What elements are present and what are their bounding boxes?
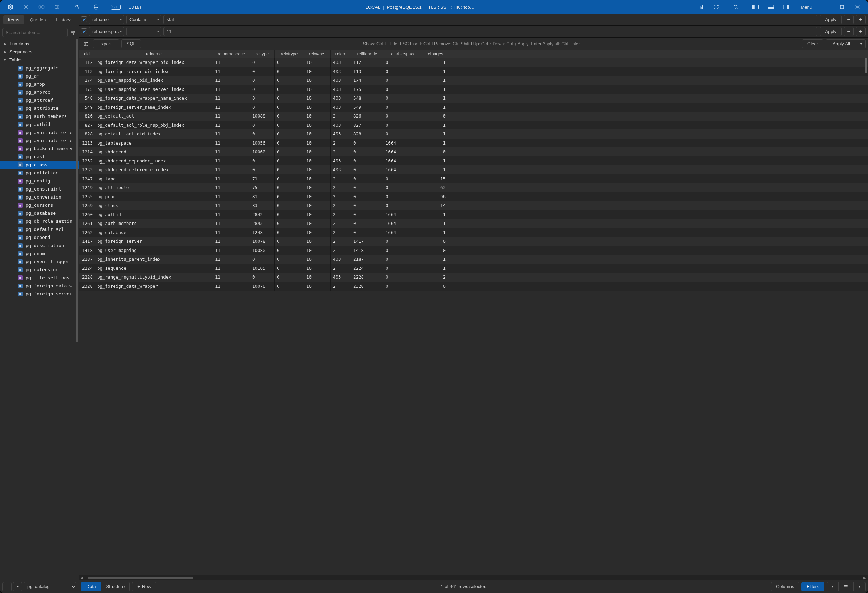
apply-filter-button[interactable]: Apply [819, 15, 842, 24]
table-row[interactable]: 2228pg_range_rngmultitypid_index11001040… [79, 273, 868, 282]
panel-bottom-icon[interactable] [763, 2, 778, 12]
table-row[interactable]: 1213pg_tablespace11100560102016641 [79, 139, 868, 148]
filter-field-select[interactable]: relname [89, 15, 124, 24]
sidebar-table-item[interactable]: ▦pg_depend [0, 233, 78, 241]
sidebar-table-item[interactable]: ▦pg_attrdef [0, 96, 78, 104]
col-reltype[interactable]: reltype [250, 50, 275, 58]
sidebar-table-item[interactable]: ▦pg_database [0, 209, 78, 217]
filter-value-input[interactable] [164, 27, 818, 36]
horizontal-scrollbar[interactable]: ◀▶ [79, 575, 868, 580]
table-row[interactable]: 175pg_user_mapping_user_server_index1100… [79, 85, 868, 94]
table-row[interactable]: 1214pg_shdepend11100600102016640 [79, 148, 868, 156]
database-icon[interactable] [89, 2, 103, 12]
sidebar-table-item[interactable]: ▦pg_class [0, 161, 78, 169]
table-row[interactable]: 2187pg_inherits_parent_index110010403218… [79, 255, 868, 264]
grid-header[interactable]: oid relname relnamespace reltype relofty… [79, 50, 868, 58]
filter-icon[interactable] [69, 28, 77, 37]
sidebar-table-item[interactable]: ▦pg_attribute [0, 104, 78, 112]
table-row[interactable]: 1260pg_authid1128420102016641 [79, 210, 868, 219]
add-filter-button[interactable]: + [856, 15, 865, 24]
schema-select[interactable]: pg_catalog [24, 582, 77, 591]
col-relname[interactable]: relname [95, 50, 213, 58]
table-row[interactable]: 1247pg_type117101020015 [79, 174, 868, 183]
table-row[interactable]: 113pg_foreign_server_oid_index1100104031… [79, 67, 868, 76]
tab-items[interactable]: Items [3, 15, 24, 24]
prev-button[interactable]: ‹ [827, 582, 838, 591]
vertical-scrollbar[interactable] [864, 58, 868, 575]
col-relfilenode[interactable]: relfilenode [351, 50, 384, 58]
tab-queries[interactable]: Queries [25, 15, 51, 24]
sidebar-table-item[interactable]: ▦pg_enum [0, 249, 78, 258]
filter-op-select[interactable]: Contains [126, 15, 161, 24]
sidebar-table-item[interactable]: ▦pg_am [0, 72, 78, 80]
add-filter-button[interactable]: + [856, 27, 865, 36]
clear-button[interactable]: Clear [802, 39, 824, 49]
table-row[interactable]: 2224pg_sequence11101050102222401 [79, 264, 868, 273]
close-circle-icon[interactable] [19, 2, 33, 12]
table-row[interactable]: 1418pg_user_mapping11100800102141800 [79, 246, 868, 255]
table-row[interactable]: 1262pg_database1112480102016641 [79, 228, 868, 237]
table-row[interactable]: 112pg_foreign_data_wrapper_oid_index1100… [79, 58, 868, 67]
sidebar-scrollbar[interactable] [76, 39, 78, 342]
export-button[interactable]: Export.. [93, 39, 119, 49]
col-relpages[interactable]: relpages [422, 50, 448, 58]
tree-sequences[interactable]: ▶Sequences [0, 48, 78, 56]
close-icon[interactable] [850, 2, 865, 12]
sidebar-tree[interactable]: ▶Functions ▶Sequences ▾Tables ▦pg_aggreg… [0, 39, 78, 580]
minimize-icon[interactable] [819, 2, 834, 12]
table-row[interactable]: 1259pg_class118301020014 [79, 201, 868, 210]
apply-all-dropdown[interactable]: ▾ [857, 39, 865, 49]
sidebar-search-input[interactable] [3, 28, 68, 37]
apply-filter-button[interactable]: Apply [819, 27, 842, 36]
table-row[interactable]: 549pg_foreign_server_name_index110010403… [79, 103, 868, 112]
filters-button[interactable]: Filters [802, 582, 824, 591]
sidebar-table-item[interactable]: ▦pg_auth_members [0, 112, 78, 120]
sidebar-table-item[interactable]: ▦pg_amproc [0, 88, 78, 96]
grid-body[interactable]: 112pg_foreign_data_wrapper_oid_index1100… [79, 58, 868, 575]
sidebar-table-item[interactable]: ▦pg_foreign_data_w [0, 282, 78, 290]
sidebar-table-item[interactable]: ▦pg_config [0, 177, 78, 185]
table-row[interactable]: 1255pg_proc118101020096 [79, 192, 868, 201]
table-row[interactable]: 174pg_user_mapping_oid_index110010403174… [79, 76, 868, 85]
table-row[interactable]: 1261pg_auth_members1128430102016641 [79, 219, 868, 228]
sidebar-table-item[interactable]: ▦pg_foreign_server [0, 290, 78, 298]
maximize-icon[interactable] [835, 2, 849, 12]
sidebar-table-item[interactable]: ▦pg_event_trigger [0, 258, 78, 266]
sidebar-table-item[interactable]: ▦pg_cursors [0, 201, 78, 209]
col-relnamespace[interactable]: relnamespace [213, 50, 250, 58]
options-button[interactable] [838, 582, 853, 591]
col-oid[interactable]: oid [79, 50, 95, 58]
sidebar-table-item[interactable]: ▦pg_file_settings [0, 274, 78, 282]
dropdown-button[interactable]: ▾ [13, 582, 22, 591]
col-reltablespace[interactable]: reltablespace [384, 50, 422, 58]
menu-button[interactable]: Menu [794, 4, 819, 10]
table-row[interactable]: 1417pg_foreign_server11100780102141700 [79, 237, 868, 246]
sidebar-table-item[interactable]: ▦pg_amop [0, 80, 78, 88]
col-relam[interactable]: relam [331, 50, 351, 58]
table-row[interactable]: 548pg_foreign_data_wrapper_name_index110… [79, 94, 868, 103]
columns-button[interactable]: Columns [771, 582, 799, 591]
tab-structure[interactable]: Structure [101, 582, 130, 591]
table-row[interactable]: 1233pg_shdepend_reference_index110010403… [79, 165, 868, 174]
add-button[interactable]: + [3, 582, 12, 591]
settings-icon[interactable] [81, 39, 91, 49]
add-row-button[interactable]: +Row [132, 582, 156, 591]
sidebar-table-item[interactable]: ▦pg_available_exte [0, 128, 78, 137]
table-row[interactable]: 1232pg_shdepend_depender_index1100104030… [79, 156, 868, 166]
sidebar-table-item[interactable]: ▦pg_collation [0, 169, 78, 177]
filter-enabled-checkbox[interactable]: ✔ [81, 28, 87, 34]
lock-icon[interactable] [69, 2, 84, 12]
chart-icon[interactable] [693, 2, 708, 12]
table-row[interactable]: 828pg_default_acl_oid_index1100104038280… [79, 130, 868, 139]
panel-right-icon[interactable] [779, 2, 794, 12]
filter-enabled-checkbox[interactable]: ✔ [81, 16, 87, 22]
tree-functions[interactable]: ▶Functions [0, 40, 78, 48]
sql-icon[interactable]: SQL [108, 2, 123, 12]
sidebar-table-item[interactable]: ▦pg_description [0, 241, 78, 249]
table-row[interactable]: 827pg_default_acl_role_nsp_obj_index1100… [79, 121, 868, 130]
refresh-icon[interactable] [709, 2, 723, 12]
table-row[interactable]: 2328pg_foreign_data_wrapper1110076010223… [79, 282, 868, 291]
sidebar-table-item[interactable]: ▦pg_extension [0, 266, 78, 274]
gear-icon[interactable] [3, 2, 18, 12]
remove-filter-button[interactable]: − [844, 15, 853, 24]
